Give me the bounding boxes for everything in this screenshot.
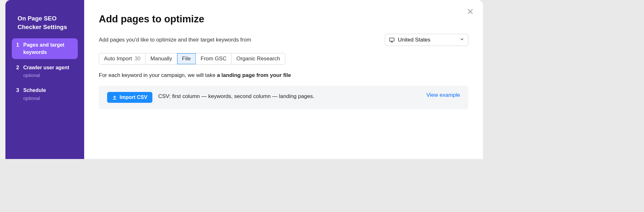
step-sublabel: optional bbox=[23, 95, 46, 102]
country-label: United States bbox=[398, 37, 457, 43]
page-title: Add pages to optimize bbox=[99, 13, 468, 25]
import-box: Import CSV CSV: first column — keywords,… bbox=[99, 86, 468, 109]
tab-count: 30 bbox=[135, 56, 141, 62]
tab-label: Manually bbox=[150, 56, 172, 62]
desktop-icon bbox=[389, 37, 395, 43]
intro-row: Add pages you'd like to optimize and the… bbox=[99, 34, 468, 46]
import-csv-button[interactable]: Import CSV bbox=[107, 92, 152, 103]
modal-main: Add pages to optimize Add pages you'd li… bbox=[84, 0, 483, 159]
wizard-sidebar: On Page SEO Checker Settings 1 Pages and… bbox=[5, 0, 84, 159]
step-sublabel: optional bbox=[23, 72, 69, 79]
tab-label: Auto Import bbox=[104, 56, 132, 62]
tab-label: From GSC bbox=[201, 56, 226, 62]
step-label: Crawler user agent bbox=[23, 64, 69, 71]
import-button-label: Import CSV bbox=[120, 95, 147, 100]
country-select[interactable]: United States bbox=[385, 34, 468, 46]
step-label: Schedule bbox=[23, 87, 46, 94]
view-example-link[interactable]: View example bbox=[426, 92, 460, 98]
tab-file[interactable]: File bbox=[177, 53, 196, 64]
upload-icon bbox=[112, 95, 117, 100]
description-prefix: For each keyword in your campaign, we wi… bbox=[99, 72, 217, 78]
step-label: Pages and target keywords bbox=[23, 42, 73, 56]
source-tab-bar: Auto Import 30 Manually File From GSC Or… bbox=[99, 53, 285, 64]
svg-rect-2 bbox=[390, 38, 394, 41]
sidebar-title: On Page SEO Checker Settings bbox=[12, 14, 78, 31]
step-schedule[interactable]: 3 Schedule optional bbox=[12, 84, 78, 104]
close-icon bbox=[467, 8, 474, 15]
settings-modal: On Page SEO Checker Settings 1 Pages and… bbox=[5, 0, 483, 159]
step-pages-keywords[interactable]: 1 Pages and target keywords bbox=[12, 38, 78, 59]
step-number: 2 bbox=[16, 64, 23, 71]
wizard-step-list: 1 Pages and target keywords 2 Crawler us… bbox=[12, 38, 78, 105]
description-line: For each keyword in your campaign, we wi… bbox=[99, 72, 468, 79]
close-button[interactable] bbox=[466, 7, 475, 16]
tab-organic-research[interactable]: Organic Research bbox=[231, 53, 285, 64]
step-number: 1 bbox=[16, 42, 23, 49]
step-number: 3 bbox=[16, 87, 23, 94]
intro-text: Add pages you'd like to optimize and the… bbox=[99, 37, 251, 43]
step-crawler-user-agent[interactable]: 2 Crawler user agent optional bbox=[12, 61, 78, 82]
tab-label: Organic Research bbox=[236, 56, 280, 62]
tab-manually[interactable]: Manually bbox=[146, 53, 177, 64]
chevron-down-icon bbox=[460, 37, 464, 43]
csv-description: CSV: first column — keywords, second col… bbox=[158, 92, 421, 101]
description-bold: a landing page from your file bbox=[217, 72, 291, 78]
tab-from-gsc[interactable]: From GSC bbox=[196, 53, 231, 64]
tab-auto-import[interactable]: Auto Import 30 bbox=[99, 53, 146, 64]
tab-label: File bbox=[182, 56, 191, 62]
